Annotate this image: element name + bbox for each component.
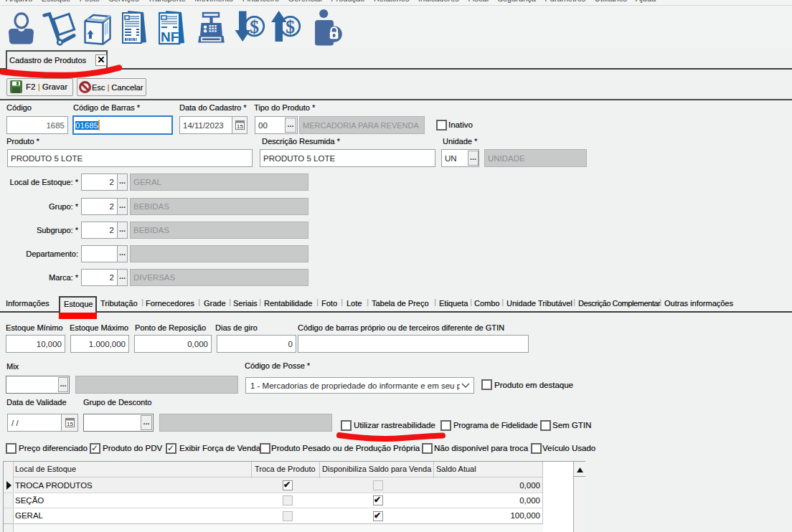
svg-text:NF: NF xyxy=(161,29,179,44)
svg-text:15: 15 xyxy=(67,421,73,427)
svg-text:$: $ xyxy=(286,17,295,37)
svg-text:$: $ xyxy=(250,17,259,37)
svg-text:15: 15 xyxy=(237,123,243,130)
